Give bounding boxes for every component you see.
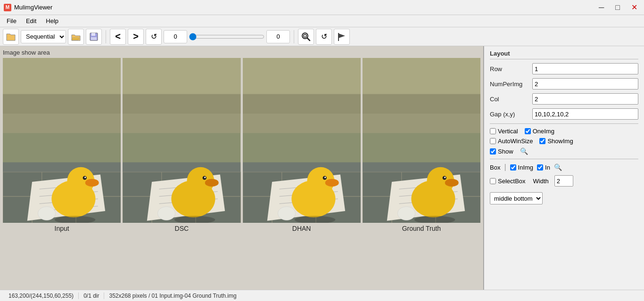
index-input[interactable] (164, 30, 187, 43)
row-input[interactable] (532, 63, 638, 74)
show-checkbox-item[interactable]: Show (490, 148, 513, 155)
oneimg-checkbox[interactable] (525, 128, 531, 134)
label-gt: Ground Truth (402, 225, 441, 232)
statusbar: 163,200/(244,150,60,255) 0/1 dir 352x268… (0, 290, 644, 301)
box-label: Box (490, 164, 500, 171)
maximize-button[interactable]: □ (612, 2, 623, 13)
showimg-checkbox-item[interactable]: ShowImg (539, 138, 573, 145)
numperimg-input[interactable] (532, 78, 638, 89)
selectbox-checkbox-item[interactable]: SelectBox (490, 178, 526, 185)
row-label: Row (490, 65, 532, 73)
showimg-checkbox[interactable] (539, 138, 545, 144)
label-dsc: DSC (175, 225, 189, 232)
separator2 (294, 30, 294, 43)
next-button[interactable]: > (128, 29, 144, 45)
mode-select[interactable]: Sequential Random Pair (21, 30, 66, 43)
svg-point-100 (397, 207, 415, 220)
progress-slider[interactable] (189, 33, 264, 41)
slider-container (189, 33, 264, 41)
status-coords: 163,200/(244,150,60,255) (4, 293, 79, 299)
divider2 (490, 159, 638, 159)
autowinsize-label: AutoWinSize (498, 138, 533, 145)
open-folder-icon (71, 33, 81, 41)
show-label: Show (498, 148, 513, 155)
in-checkbox-item[interactable]: In (537, 164, 550, 171)
svg-rect-10 (3, 58, 121, 94)
close-button[interactable]: ✕ (628, 2, 640, 13)
image-cell-input: Input (3, 58, 121, 287)
image-grid: Input (3, 58, 480, 287)
flag-button[interactable] (334, 29, 350, 45)
checkbox-row-2: AutoWinSize ShowImg (490, 138, 638, 145)
gap-label: Gap (x,y) (490, 111, 532, 118)
svg-rect-81 (363, 94, 480, 114)
prev-button[interactable]: < (110, 29, 126, 45)
svg-marker-6 (339, 33, 345, 38)
open-folder-button[interactable] (3, 29, 19, 45)
svg-point-5 (304, 34, 306, 37)
app-title: MulimgViewer (14, 4, 596, 11)
svg-point-27 (85, 179, 99, 187)
width-input[interactable] (554, 175, 573, 187)
folder-icon (6, 33, 16, 41)
side-panel: Layout Row NumPerImg Col Gap (x,y) Verti… (484, 46, 644, 290)
menu-edit[interactable]: Edit (21, 16, 41, 26)
reset-zoom-button[interactable]: ↺ (316, 29, 332, 45)
show-checkbox[interactable] (490, 148, 496, 155)
position-select[interactable]: middle bottom top left top right bottom … (490, 192, 543, 204)
autowinsize-checkbox-item[interactable]: AutoWinSize (490, 138, 533, 145)
gap-input[interactable] (532, 108, 638, 120)
selectbox-checkbox[interactable] (490, 178, 496, 184)
oneimg-label: OneImg (533, 128, 554, 135)
autowinsize-checkbox[interactable] (490, 138, 496, 144)
row-field-numperimg: NumPerImg (490, 78, 638, 89)
oneimg-checkbox-item[interactable]: OneImg (525, 128, 554, 135)
svg-rect-35 (123, 94, 240, 114)
svg-point-73 (325, 179, 339, 187)
svg-rect-2 (91, 37, 97, 40)
svg-rect-34 (123, 58, 240, 94)
numperimg-label: NumPerImg (490, 81, 532, 88)
image-cell-dhan: DHAN (243, 58, 361, 287)
checkbox-row-3: Show 🔍 (490, 147, 638, 155)
svg-point-50 (205, 179, 219, 187)
showimg-label: ShowImg (547, 138, 573, 145)
dhan-image-svg (243, 58, 361, 223)
menu-file[interactable]: File (2, 16, 21, 26)
flag-icon (337, 32, 347, 41)
input-image-svg (3, 58, 121, 223)
svg-rect-57 (243, 58, 361, 94)
inimg-checkbox-item[interactable]: InImg (510, 164, 534, 171)
divider1 (490, 123, 638, 124)
zoom-button[interactable] (298, 29, 314, 45)
refresh-button[interactable]: ↺ (146, 29, 162, 45)
svg-point-29 (84, 177, 86, 178)
status-resolution: 352x268 pixels / 01 Input.img-04 Ground … (104, 293, 241, 299)
svg-point-75 (324, 177, 326, 178)
save-button[interactable] (86, 29, 102, 45)
label-input: Input (55, 225, 69, 232)
inimg-checkbox[interactable] (510, 164, 516, 171)
row-field-row: Row (490, 63, 638, 74)
in-label: In (545, 164, 550, 171)
open-folder2-button[interactable] (68, 29, 84, 45)
image-panel: Image show area (0, 46, 484, 290)
image-panel-label: Image show area (3, 49, 480, 56)
menubar: File Edit Help (0, 15, 644, 27)
menu-help[interactable]: Help (41, 16, 63, 26)
minimize-button[interactable]: ─ (596, 2, 607, 13)
toolbar: Sequential Random Pair < > ↺ ↺ (0, 27, 644, 46)
in-checkbox[interactable] (537, 164, 543, 171)
col-input[interactable] (532, 93, 638, 105)
in-zoom-icon: 🔍 (554, 163, 562, 171)
svg-point-96 (445, 179, 459, 187)
vertical-checkbox[interactable] (490, 128, 496, 134)
counter-input[interactable] (266, 30, 290, 43)
svg-point-54 (158, 207, 175, 220)
row-field-gap: Gap (x,y) (490, 108, 638, 120)
svg-point-31 (38, 207, 55, 220)
vertical-checkbox-item[interactable]: Vertical (490, 128, 518, 135)
svg-rect-1 (91, 33, 95, 36)
label-dhan: DHAN (292, 225, 311, 232)
titlebar: M MulimgViewer ─ □ ✕ (0, 0, 644, 15)
